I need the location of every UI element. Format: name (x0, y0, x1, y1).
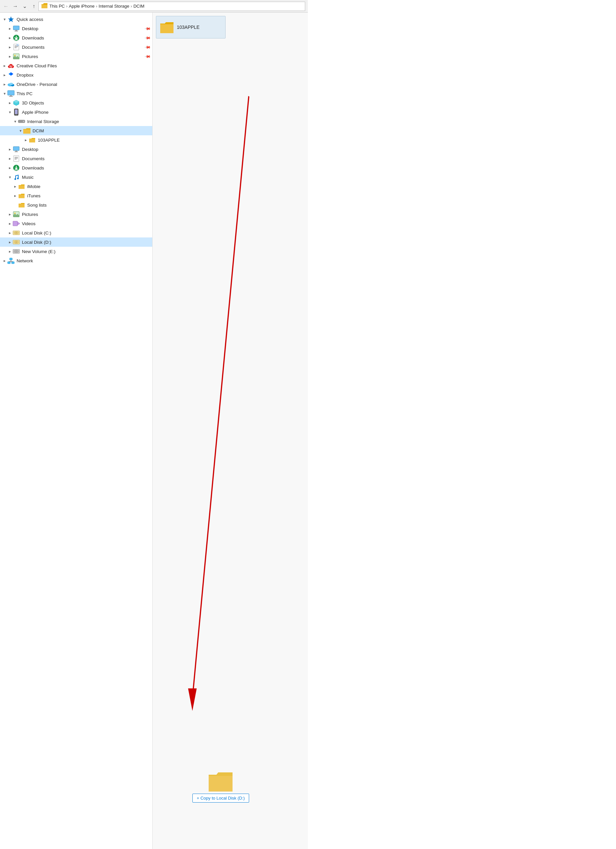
expand-downloads[interactable]: ► (7, 165, 13, 170)
breadcrumb-internal-storage[interactable]: Internal Storage (98, 4, 129, 9)
expand-documents[interactable]: ► (7, 156, 13, 161)
folder-103apple[interactable]: 103APPLE (156, 16, 225, 39)
expand-quick-access[interactable]: ▼ (2, 16, 7, 22)
expand-network[interactable]: ► (2, 258, 7, 263)
desktop2-icon (13, 146, 20, 153)
breadcrumb-apple-iphone[interactable]: Apple iPhone (69, 4, 94, 9)
dropbox-label: Dropbox (16, 73, 150, 77)
svg-marker-56 (19, 185, 25, 189)
svg-marker-60 (19, 204, 25, 208)
folder-icon-imobie (18, 183, 25, 190)
sidebar-item-itunes[interactable]: ► iTunes (0, 191, 152, 200)
imobie-label: iMobie (27, 184, 150, 189)
up-button[interactable]: ↑ (29, 1, 39, 11)
downloads-label: Downloads (22, 165, 150, 170)
sidebar-item-this-pc[interactable]: ▼ This PC (0, 89, 152, 98)
sidebar-item-dcim[interactable]: ▼ DCIM (0, 126, 152, 135)
svg-rect-34 (15, 109, 18, 114)
recent-button[interactable]: ⌄ (20, 1, 29, 11)
sidebar-item-new-volume[interactable]: ► New Volume (E:) (0, 247, 152, 256)
sidebar-item-creative-cloud[interactable]: ► Ai Creative Cloud Files (0, 61, 152, 70)
expand-downloads-pin[interactable]: ► (7, 35, 13, 40)
sidebar-item-downloads-pin[interactable]: ► Downloads 📌 (0, 33, 152, 42)
local-c-label: Local Disk (C:) (22, 231, 150, 235)
svg-point-73 (15, 251, 17, 252)
top-bar: ← → ⌄ ↑ This PC › Apple iPhone › Interna… (0, 0, 308, 13)
expand-onedrive[interactable]: ► (2, 82, 7, 87)
sidebar-item-dropbox[interactable]: ► Dropbox (0, 70, 152, 80)
3d-objects-icon (13, 99, 20, 106)
sidebar-item-internal-storage[interactable]: ▼ Internal Storage (0, 117, 152, 126)
sidebar-item-documents-pin[interactable]: ► Documents 📌 (0, 42, 152, 52)
svg-point-53 (15, 179, 16, 180)
expand-pictures[interactable]: ► (7, 212, 13, 217)
sidebar-item-pictures-pin[interactable]: ► Pictures 📌 (0, 52, 152, 61)
sidebar-item-103apple[interactable]: ► 103APPLE (0, 135, 152, 144)
expand-new-volume[interactable]: ► (7, 249, 13, 254)
computer-icon (7, 90, 15, 97)
svg-marker-2 (8, 16, 13, 22)
folder-icon-dcim (23, 127, 30, 134)
expand-internal-storage[interactable]: ▼ (13, 119, 18, 124)
sidebar-item-desktop[interactable]: ► Desktop (0, 144, 152, 154)
sidebar-item-documents[interactable]: ► Documents (0, 154, 152, 163)
sidebar-item-imobie[interactable]: ► iMobie (0, 182, 152, 191)
expand-3d-objects[interactable]: ► (7, 100, 13, 106)
expand-local-d[interactable]: ► (7, 240, 13, 245)
breadcrumb-this-pc[interactable]: This PC (49, 4, 65, 9)
svg-line-82 (192, 96, 249, 699)
sidebar-item-local-c[interactable]: ► Local Disk (C:) (0, 228, 152, 237)
expand-music[interactable]: ▼ (7, 174, 13, 180)
expand-videos[interactable]: ► (7, 221, 13, 226)
expand-imobie[interactable]: ► (13, 184, 18, 189)
expand-dropbox[interactable]: ► (2, 72, 7, 77)
breadcrumb-dcim[interactable]: DCIM (133, 4, 144, 9)
sidebar-item-songlists[interactable]: Song lists (0, 200, 152, 210)
annotation-container (152, 13, 308, 849)
svg-rect-43 (15, 150, 17, 152)
pin-icon-desktop: 📌 (144, 25, 151, 32)
expand-this-pc[interactable]: ▼ (2, 91, 7, 96)
3d-objects-label: 3D Objects (22, 100, 150, 106)
new-volume-label: New Volume (E:) (22, 249, 150, 254)
content-area: 103APPLE + Copy to Local Disk (D:) (152, 13, 308, 849)
expand-documents-pin[interactable]: ► (7, 45, 13, 50)
sidebar-item-apple-iphone[interactable]: ▼ Apple iPhone (0, 107, 152, 117)
local-d-label: Local Disk (D:) (22, 240, 150, 245)
music-icon (13, 173, 20, 181)
expand-desktop[interactable]: ► (7, 147, 13, 152)
sidebar-item-desktop-pin[interactable]: ► Desktop 📌 (0, 24, 152, 33)
sidebar-item-pictures[interactable]: ► Pictures (0, 210, 152, 219)
sidebar-item-music[interactable]: ▼ Music (0, 173, 152, 182)
svg-rect-45 (13, 156, 19, 161)
sidebar-item-downloads[interactable]: ► Downloads (0, 163, 152, 173)
sidebar-item-local-d[interactable]: ► Local Disk (D:) (0, 237, 152, 247)
svg-rect-52 (15, 170, 18, 170)
svg-rect-75 (7, 262, 10, 264)
expand-desktop-pin[interactable]: ► (7, 26, 13, 31)
sidebar-item-quick-access[interactable]: ▼ Quick access (0, 15, 152, 24)
expand-dcim[interactable]: ▼ (18, 128, 23, 133)
pictures-label: Pictures (22, 212, 150, 217)
breadcrumb[interactable]: This PC › Apple iPhone › Internal Storag… (39, 1, 305, 11)
songlists-label: Song lists (27, 203, 150, 208)
sidebar-item-videos[interactable]: ► Videos (0, 219, 152, 228)
creative-cloud-label: Creative Cloud Files (16, 63, 150, 69)
expand-apple-iphone[interactable]: ▼ (7, 109, 13, 115)
sidebar-item-3d-objects[interactable]: ► 3D Objects (0, 98, 152, 107)
desktop-pin-label: Desktop (22, 26, 144, 31)
back-button[interactable]: ← (1, 1, 10, 11)
breadcrumb-sep-1: › (66, 4, 67, 9)
expand-itunes[interactable]: ► (13, 193, 18, 198)
videos-icon (13, 220, 20, 227)
expand-creative-cloud[interactable]: ► (2, 63, 7, 69)
expand-103apple[interactable]: ► (23, 137, 28, 143)
expand-local-c[interactable]: ► (7, 230, 13, 235)
sidebar-item-onedrive[interactable]: ► OneDrive - Personal (0, 80, 152, 89)
forward-button[interactable]: → (10, 1, 20, 11)
pin-icon-downloads: 📌 (144, 34, 151, 42)
apple-iphone-label: Apple iPhone (22, 110, 150, 115)
expand-pictures-pin[interactable]: ► (7, 54, 13, 59)
sidebar-item-network[interactable]: ► Network (0, 256, 152, 265)
folder-large-label: 103APPLE (177, 25, 200, 30)
